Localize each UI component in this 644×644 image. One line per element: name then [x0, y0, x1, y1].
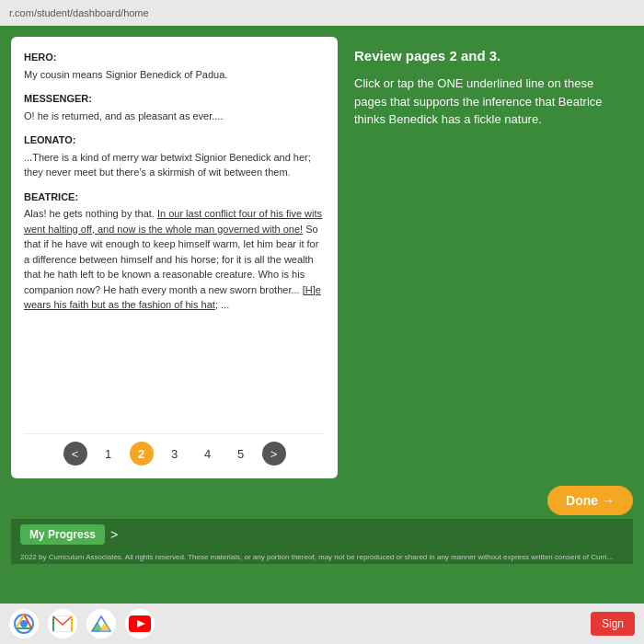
svg-point-1	[20, 620, 28, 627]
instruction-panel: Review pages 2 and 3. Click or tap the O…	[349, 37, 633, 478]
speaker-leonato-text: ...There is a kind of merry war betwixt …	[24, 150, 325, 180]
speaker-beatrice-text[interactable]: Alas! he gets nothing by that. In our la…	[24, 206, 325, 313]
gmail-icon[interactable]	[48, 609, 77, 638]
beatrice-text-3: ; ...	[215, 299, 229, 310]
speaker-messenger-label: MESSENGER:	[24, 91, 325, 107]
pagination: < 1 2 3 4 5 >	[24, 433, 325, 466]
page-3-button[interactable]: 3	[163, 442, 187, 466]
page-5-button[interactable]: 5	[229, 442, 253, 466]
next-page-button[interactable]: >	[262, 442, 286, 466]
page-1-button[interactable]: 1	[97, 442, 121, 466]
page-2-button[interactable]: 2	[130, 442, 154, 466]
browser-url: r.com/student/dashboard/home	[9, 7, 149, 18]
reading-content: HERO: My cousin means Signior Benedick o…	[24, 50, 325, 422]
prev-page-button[interactable]: <	[63, 442, 87, 466]
chrome-icon[interactable]	[9, 609, 39, 638]
done-button[interactable]: Done →	[547, 486, 633, 515]
taskbar: Sign	[0, 604, 644, 644]
sign-in-button[interactable]: Sign	[591, 612, 635, 636]
beatrice-text-1: Alas! he gets nothing by that.	[24, 208, 157, 219]
main-area: HERO: My cousin means Signior Benedick o…	[0, 26, 644, 644]
browser-bar: r.com/student/dashboard/home	[0, 0, 644, 26]
speaker-hero-text: My cousin means Signior Benedick of Padu…	[24, 67, 325, 83]
speaker-hero-label: HERO:	[24, 50, 325, 65]
speaker-beatrice-label: BEATRICE:	[24, 190, 325, 205]
page-4-button[interactable]: 4	[196, 442, 220, 466]
instruction-title: Review pages 2 and 3.	[354, 46, 627, 65]
my-progress-button[interactable]: My Progress	[20, 524, 105, 545]
instruction-body: Click or tap the ONE underlined line on …	[354, 75, 627, 129]
footer: 2022 by Curriculum Associates. All right…	[11, 550, 633, 564]
reading-panel: HERO: My cousin means Signior Benedick o…	[11, 37, 338, 478]
youtube-icon[interactable]	[125, 609, 155, 638]
my-progress-chevron: >	[110, 527, 118, 542]
drive-icon[interactable]	[86, 609, 116, 638]
my-progress-bar: My Progress >	[11, 519, 633, 550]
speaker-messenger-text: O! he is returned, and as pleasant as ev…	[24, 109, 325, 124]
bottom-row: Done →	[11, 478, 633, 519]
speaker-leonato-label: LEONATO:	[24, 132, 325, 148]
content-row: HERO: My cousin means Signior Benedick o…	[11, 37, 633, 478]
